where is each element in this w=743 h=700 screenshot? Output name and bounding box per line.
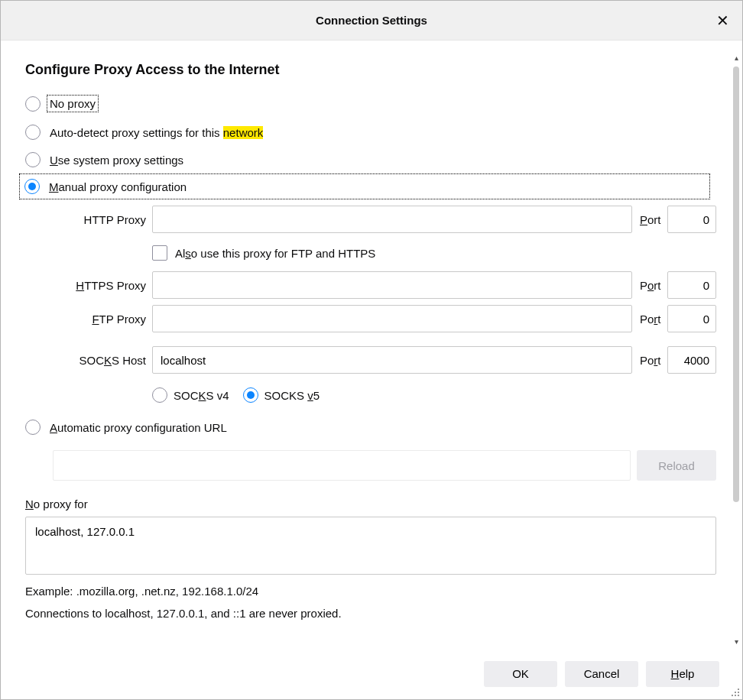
radio-use-system[interactable] [25, 152, 41, 167]
http-port-label: Port [635, 213, 664, 226]
radio-manual[interactable] [24, 179, 40, 194]
radio-auto-detect-label: Auto-detect proxy settings for this netw… [50, 126, 263, 139]
cancel-button[interactable]: Cancel [565, 661, 638, 687]
radio-use-system-label: Use system proxy settings [50, 154, 183, 167]
titlebar: Connection Settings ✕ [1, 1, 742, 41]
scrollbar[interactable]: ▴ [730, 41, 742, 647]
resize-grip-icon[interactable] [730, 687, 741, 698]
socks-port-label: Port [635, 354, 664, 367]
scroll-thumb[interactable] [733, 66, 739, 502]
http-proxy-label: HTTP Proxy [53, 213, 149, 226]
connection-settings-dialog: Connection Settings ✕ Configure Proxy Ac… [0, 0, 743, 700]
socks-v4-label: SOCKS v4 [174, 389, 229, 402]
radio-manual-label: Manual proxy configuration [49, 180, 187, 193]
https-proxy-row: HTTPS Proxy Port [53, 271, 716, 299]
https-port-input[interactable] [667, 271, 716, 299]
radio-auto-url-row: Automatic proxy configuration URL [25, 413, 716, 441]
http-proxy-row: HTTP Proxy Port [53, 206, 716, 233]
auto-url-input [53, 450, 631, 481]
radio-no-proxy-row: No proxy [25, 89, 716, 118]
svg-rect-4 [735, 695, 736, 696]
socks-port-input[interactable] [667, 346, 716, 374]
svg-rect-2 [738, 692, 739, 693]
close-icon: ✕ [716, 13, 729, 28]
socks-block: SOCKS Host Port SOCKS v4 SOCKS v5 [53, 346, 716, 404]
socks-host-input[interactable] [152, 346, 632, 374]
http-proxy-input[interactable] [152, 206, 632, 233]
radio-auto-detect-row: Auto-detect proxy settings for this netw… [25, 118, 716, 146]
content-wrap: Configure Proxy Access to the Internet N… [1, 41, 742, 647]
note-text: Connections to localhost, 127.0.0.1, and… [25, 607, 716, 620]
radio-auto-url[interactable] [25, 420, 41, 435]
socks-v4-item: SOCKS v4 [152, 387, 229, 403]
ftp-port-label: Port [635, 313, 664, 326]
scroll-down-icon[interactable]: ▾ [735, 637, 738, 646]
reload-button: Reload [637, 450, 716, 481]
http-port-input[interactable] [667, 206, 716, 233]
help-button[interactable]: Help [646, 661, 719, 687]
ftp-proxy-row: FTP Proxy Port [53, 305, 716, 332]
radio-socks-v5[interactable] [243, 387, 258, 403]
https-proxy-input[interactable] [152, 271, 632, 299]
content: Configure Proxy Access to the Internet N… [1, 41, 730, 647]
socks-version-row: SOCKS v4 SOCKS v5 [53, 380, 716, 404]
dialog-title: Connection Settings [316, 14, 427, 27]
close-button[interactable]: ✕ [713, 11, 732, 30]
scroll-up-icon[interactable]: ▴ [735, 54, 738, 62]
ftp-proxy-input[interactable] [152, 305, 632, 332]
button-bar: ▾ OK Cancel Help [1, 647, 742, 699]
socks-v5-label: SOCKS v5 [264, 389, 320, 402]
also-use-label: Also use this proxy for FTP and HTTPS [175, 247, 375, 260]
socks-v5-item: SOCKS v5 [243, 387, 320, 403]
also-use-checkbox[interactable] [152, 245, 167, 261]
auto-url-section: Automatic proxy configuration URL Reload [25, 413, 716, 485]
section-title: Configure Proxy Access to the Internet [25, 62, 716, 78]
radio-auto-detect[interactable] [25, 125, 41, 140]
no-proxy-label: No proxy for [25, 497, 716, 510]
https-port-label: Port [635, 279, 664, 292]
svg-rect-0 [738, 689, 739, 690]
highlight-network: network [223, 126, 264, 139]
no-proxy-section: No proxy for Example: .mozilla.org, .net… [25, 497, 716, 620]
socks-host-label: SOCKS Host [53, 354, 149, 367]
radio-no-proxy-label: No proxy [50, 95, 99, 112]
https-proxy-label: HTTPS Proxy [53, 279, 149, 292]
auto-url-input-row: Reload [25, 441, 716, 485]
radio-no-proxy[interactable] [25, 96, 41, 112]
svg-rect-5 [738, 695, 739, 696]
ftp-proxy-label: FTP Proxy [53, 313, 149, 326]
example-text: Example: .mozilla.org, .net.nz, 192.168.… [25, 585, 716, 598]
ftp-port-input[interactable] [667, 305, 716, 332]
svg-rect-1 [735, 692, 736, 693]
radio-manual-row: Manual proxy configuration [19, 173, 710, 199]
socks-host-row: SOCKS Host Port [53, 346, 716, 374]
radio-auto-url-label: Automatic proxy configuration URL [50, 421, 227, 434]
radio-socks-v4[interactable] [152, 387, 167, 403]
also-use-row: Also use this proxy for FTP and HTTPS [53, 239, 716, 271]
no-proxy-textarea[interactable] [25, 517, 716, 575]
proxy-form: HTTP Proxy Port Also use this proxy for … [25, 206, 716, 404]
ok-button[interactable]: OK [484, 661, 557, 687]
radio-use-system-row: Use system proxy settings [25, 146, 716, 173]
svg-rect-3 [732, 695, 733, 696]
